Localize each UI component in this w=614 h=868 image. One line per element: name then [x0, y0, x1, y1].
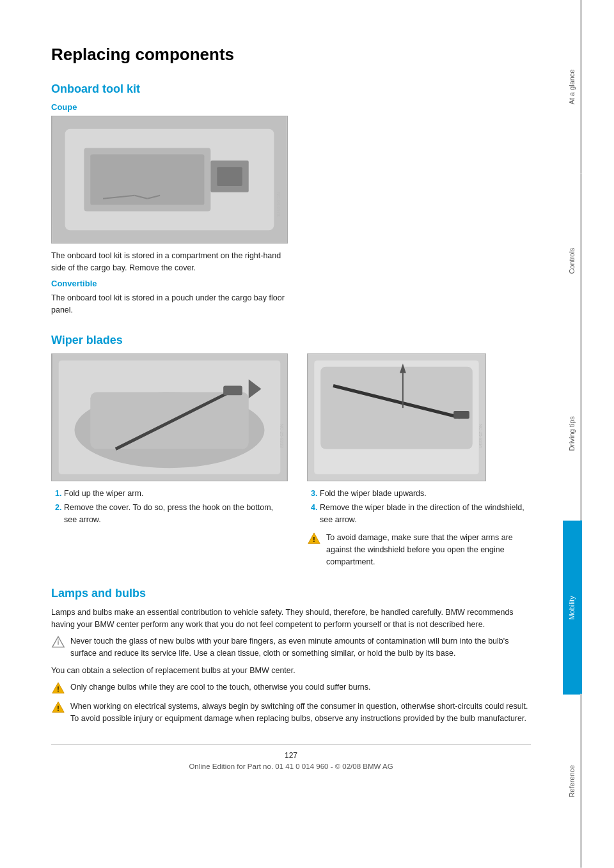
wiper-svg: NC-25-8333	[52, 354, 287, 481]
lamps-notice-1: Never touch the glass of new bulbs with …	[51, 635, 531, 660]
lamps-notice-2: ! Only change bulbs while they are cool …	[51, 681, 531, 695]
coupe-subtitle: Coupe	[51, 102, 288, 112]
onboard-tool-kit-section: Onboard tool kit Coupe	[51, 82, 531, 321]
warning-icon: !	[307, 532, 321, 546]
wiper-image-2: NC-25-8334	[307, 353, 486, 481]
lamps-notice-3: ! When working on electrical systems, al…	[51, 701, 531, 725]
page-title: Replacing components	[51, 45, 531, 65]
sidebar-tab-reference[interactable]: Reference	[563, 694, 582, 868]
svg-rect-22	[453, 411, 469, 419]
wiper-image-1: NC-25-8333	[51, 353, 288, 481]
wiper-blades-title: Wiper blades	[51, 334, 531, 347]
warning-icon-2: !	[51, 681, 65, 695]
svg-text:NC-25-8334: NC-25-8334	[478, 423, 483, 447]
wiper-step-1: Fold up the wiper arm.	[64, 488, 288, 500]
main-content: Replacing components Onboard tool kit Co…	[0, 0, 563, 868]
sidebar-tab-mobility[interactable]: Mobility	[563, 521, 582, 695]
lamps-intro: Lamps and bulbs make an essential contri…	[51, 607, 531, 632]
svg-text:NC-25-8333: NC-25-8333	[279, 423, 284, 447]
lamps-notice-2-text: Only change bulbs while they are cool to…	[70, 681, 371, 694]
svg-rect-5	[217, 167, 242, 186]
wiper-notice-text: To avoid damage, make sure that the wipe…	[326, 532, 531, 569]
onboard-tool-kit-left: Coupe NC-04-6978	[51, 102, 288, 321]
svg-point-30	[58, 639, 59, 640]
lamps-and-bulbs-section: Lamps and bulbs Lamps and bulbs make an …	[51, 587, 531, 725]
wiper-step-4: Remove the wiper blade in the direction …	[320, 502, 531, 527]
svg-text:!: !	[57, 704, 59, 711]
wiper-step-3: Fold the wiper blade upwards.	[320, 488, 531, 500]
svg-text:NC-04-6978: NC-04-6978	[276, 192, 281, 217]
onboard-tool-kit-layout: Coupe NC-04-6978	[51, 102, 531, 321]
convertible-description: The onboard tool kit is stored in a pouc…	[51, 292, 288, 317]
sidebar-tab-controls[interactable]: Controls	[563, 174, 582, 348]
info-icon-1	[51, 635, 65, 649]
wiper-blades-right: NC-25-8334 Fold the wiper blade upwards.…	[307, 353, 531, 574]
svg-rect-15	[223, 385, 242, 395]
wiper-step-2: Remove the cover. To do so, press the ho…	[64, 502, 288, 527]
sidebar: At a glance Controls Driving tips Mobili…	[563, 0, 582, 868]
svg-rect-3	[90, 154, 204, 205]
sidebar-tab-at-a-glance[interactable]: At a glance	[563, 0, 582, 174]
sidebar-tab-driving-tips[interactable]: Driving tips	[563, 347, 582, 521]
wiper-steps-list: Fold up the wiper arm. Remove the cover.…	[51, 488, 288, 527]
wiper-blades-layout: NC-25-8333 Fold up the wiper arm. Remove…	[51, 353, 531, 574]
svg-text:!: !	[313, 536, 315, 543]
wiper-steps-list-cont: Fold the wiper blade upwards. Remove the…	[307, 488, 531, 527]
lamps-center-info: You can obtain a selection of replacemen…	[51, 665, 531, 677]
lamps-notice-1-text: Never touch the glass of new bulbs with …	[70, 635, 531, 660]
page-number: 127	[51, 751, 531, 760]
lamps-and-bulbs-title: Lamps and bulbs	[51, 587, 531, 600]
cargo-svg: NC-04-6978	[52, 116, 287, 243]
coupe-description: The onboard tool kit is stored in a comp…	[51, 250, 288, 275]
footer: 127 Online Edition for Part no. 01 41 0 …	[51, 744, 531, 770]
wiper-svg-2: NC-25-8334	[308, 354, 485, 481]
onboard-tool-kit-title: Onboard tool kit	[51, 82, 531, 96]
wiper-blades-left: NC-25-8333 Fold up the wiper arm. Remove…	[51, 353, 288, 574]
svg-text:!: !	[57, 685, 59, 692]
wiper-notice: ! To avoid damage, make sure that the wi…	[307, 532, 531, 569]
wiper-blades-section: Wiper blades NC-25-8333	[51, 334, 531, 574]
warning-icon-3: !	[51, 701, 65, 715]
footer-text: Online Edition for Part no. 01 41 0 014 …	[189, 763, 393, 770]
svg-rect-20	[320, 366, 473, 449]
lamps-notice-3-text: When working on electrical systems, alwa…	[70, 701, 531, 725]
convertible-subtitle: Convertible	[51, 279, 288, 288]
coupe-image: NC-04-6978	[51, 116, 288, 244]
